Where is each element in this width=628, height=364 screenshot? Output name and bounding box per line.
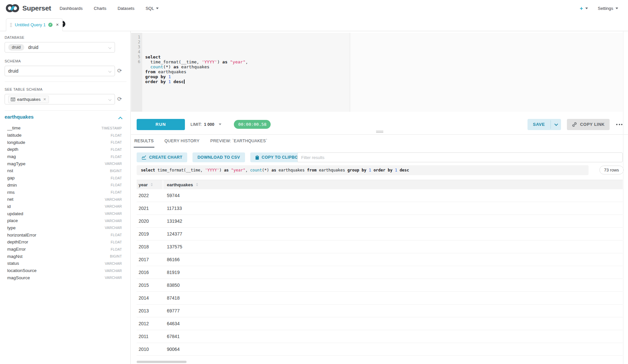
collapse-table-icon[interactable] bbox=[118, 117, 123, 121]
sql-token: (*) bbox=[262, 168, 272, 172]
table-row: 2020131942 bbox=[137, 215, 623, 228]
sql-code-editor[interactable]: 123456 select time_format(__time, 'YYYY'… bbox=[131, 33, 623, 112]
sql-token: select bbox=[145, 55, 161, 59]
query-tab[interactable]: Untitled Query 1 ✓ ✕ bbox=[6, 18, 63, 31]
settings-menu[interactable]: Settings bbox=[598, 6, 618, 11]
nav-item-charts[interactable]: Charts bbox=[94, 6, 106, 11]
table-row: 201264634 bbox=[137, 317, 623, 330]
save-button[interactable]: SAVE bbox=[527, 119, 550, 130]
save-split-button: SAVE bbox=[527, 119, 561, 130]
sql-token: count bbox=[150, 64, 163, 69]
table-row: 201167841 bbox=[137, 330, 623, 343]
table-row: 201369777 bbox=[137, 305, 623, 317]
chevron-down-icon bbox=[156, 8, 159, 9]
column-type: VARCHAR bbox=[105, 219, 122, 223]
sql-token: (*) bbox=[163, 64, 173, 69]
nav-item-label: Datasets bbox=[118, 6, 134, 11]
results-actions: CREATE CHART DOWNLOAD TO CSV COPY TO CLI… bbox=[137, 152, 312, 162]
table-column-row: netVARCHAR bbox=[0, 196, 130, 203]
sql-token: count bbox=[250, 168, 262, 172]
create-chart-button[interactable]: CREATE CHART bbox=[137, 152, 187, 162]
table-icon bbox=[11, 98, 15, 101]
column-type: TIMESTAMP bbox=[101, 126, 122, 130]
column-type: FLOAT bbox=[111, 155, 122, 159]
pane-resize-handle[interactable] bbox=[376, 131, 383, 133]
results-tabs: RESULTSQUERY HISTORYPREVIEW: `EARTHQUAKE… bbox=[131, 135, 628, 148]
column-name: status bbox=[7, 261, 105, 266]
sql-token: , bbox=[245, 168, 250, 172]
gutter-line-number: 4 bbox=[131, 50, 140, 55]
horizontal-scrollbar[interactable] bbox=[137, 361, 187, 363]
table-column-row: typeVARCHAR bbox=[0, 224, 130, 232]
column-name: magError bbox=[7, 247, 111, 252]
column-type: VARCHAR bbox=[105, 226, 122, 230]
refresh-schemas-icon[interactable]: ⟳ bbox=[116, 67, 123, 75]
cell-year: 2015 bbox=[137, 283, 163, 288]
filter-results-input[interactable] bbox=[297, 152, 623, 162]
chevron-down-icon bbox=[585, 8, 588, 9]
nav-item-datasets[interactable]: Datasets bbox=[118, 6, 134, 11]
save-options-button[interactable] bbox=[551, 119, 561, 130]
download-csv-button[interactable]: DOWNLOAD TO CSV bbox=[192, 152, 245, 162]
sql-token: earthquakes bbox=[155, 69, 186, 74]
database-select[interactable]: druid druid bbox=[5, 42, 115, 53]
more-actions-icon[interactable] bbox=[616, 123, 623, 126]
column-header-label: earthquakes bbox=[167, 182, 193, 187]
sql-token: earthquakes bbox=[276, 168, 307, 172]
code-line: time_format(__time, 'YYYY') as "year", bbox=[145, 59, 623, 64]
cell-year: 2012 bbox=[137, 321, 163, 326]
sql-token: as bbox=[224, 168, 229, 172]
cell-earthquakes: 83850 bbox=[163, 283, 623, 288]
editor-code[interactable]: select time_format(__time, 'YYYY') as "y… bbox=[142, 33, 623, 112]
cell-earthquakes: 81919 bbox=[163, 270, 623, 275]
results-tab-preview[interactable]: PREVIEW: `EARTHQUAKES` bbox=[210, 135, 268, 148]
table-column-row: magErrorFLOAT bbox=[0, 246, 130, 253]
cell-earthquakes: 137575 bbox=[163, 244, 623, 249]
results-tab-results[interactable]: RESULTS bbox=[134, 135, 154, 148]
column-name: magType bbox=[7, 161, 105, 166]
column-header-earthquakes[interactable]: earthquakes bbox=[163, 180, 623, 189]
query-tab-strip: Untitled Query 1 ✓ ✕ + bbox=[0, 16, 628, 31]
limit-dropdown[interactable]: LIMIT: 1 000 bbox=[191, 122, 221, 127]
cell-earthquakes: 67841 bbox=[163, 334, 623, 339]
gutter-line-number: 3 bbox=[131, 45, 140, 50]
schema-select[interactable]: druid bbox=[5, 66, 115, 76]
table-row: 201681919 bbox=[137, 266, 623, 279]
table-column-row: idVARCHAR bbox=[0, 203, 130, 210]
sql-token: as bbox=[271, 168, 276, 172]
code-line: count(*) as earthquakes bbox=[145, 64, 623, 69]
column-name: place bbox=[7, 218, 105, 223]
database-label: DATABASE bbox=[5, 35, 24, 39]
close-tab-icon[interactable]: ✕ bbox=[56, 23, 59, 27]
copy-link-button[interactable]: COPY LINK bbox=[567, 119, 610, 130]
sql-token: 1 bbox=[168, 74, 171, 79]
nav-item-sql[interactable]: SQL bbox=[146, 6, 159, 11]
sql-token: ) bbox=[217, 59, 222, 64]
cell-earthquakes: 131942 bbox=[163, 218, 623, 224]
run-button[interactable]: RUN bbox=[137, 119, 185, 130]
superset-logo[interactable]: Superset bbox=[5, 3, 51, 13]
column-type: FLOAT bbox=[111, 140, 122, 144]
column-name: updated bbox=[7, 211, 105, 216]
chevron-down-icon bbox=[616, 8, 618, 9]
database-engine-tag: druid bbox=[8, 44, 24, 51]
column-header-year[interactable]: year bbox=[137, 180, 163, 189]
settings-label: Settings bbox=[598, 6, 613, 11]
sql-token bbox=[397, 168, 399, 172]
column-type: VARCHAR bbox=[105, 262, 122, 265]
table-select[interactable]: earthquakes ✕ bbox=[5, 94, 115, 104]
chevron-down-icon bbox=[219, 124, 221, 125]
refresh-tables-icon[interactable]: ⟳ bbox=[116, 96, 123, 103]
remove-table-icon[interactable]: ✕ bbox=[43, 97, 46, 102]
results-tab-query-history[interactable]: QUERY HISTORY bbox=[164, 135, 200, 148]
query-tab-label: Untitled Query 1 bbox=[15, 22, 46, 27]
column-type: FLOAT bbox=[111, 176, 122, 180]
sidebar-divider bbox=[5, 110, 126, 111]
nav-item-dashboards[interactable]: Dashboards bbox=[59, 6, 82, 11]
code-line: select bbox=[145, 55, 623, 59]
sql-token: as bbox=[222, 59, 228, 64]
cell-year: 2014 bbox=[137, 295, 163, 301]
column-name: mag bbox=[7, 154, 111, 159]
table-column-row: dminFLOAT bbox=[0, 182, 130, 189]
new-item-menu[interactable]: + bbox=[580, 6, 588, 11]
